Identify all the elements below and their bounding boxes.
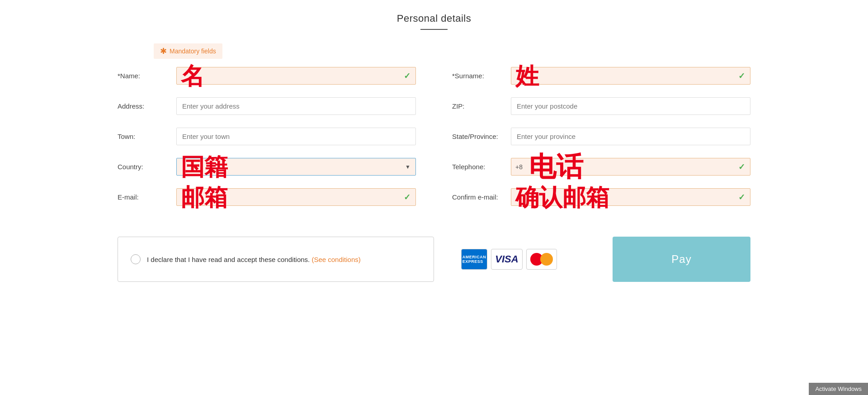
name-input[interactable]: [176, 67, 416, 85]
title-divider: [420, 29, 448, 30]
confirm-email-input-wrapper: 确认邮箱 ✓: [511, 188, 750, 206]
surname-checkmark: ✓: [738, 71, 745, 81]
name-checkmark: ✓: [404, 71, 410, 81]
address-input[interactable]: [176, 97, 416, 115]
province-input-wrapper: [511, 128, 750, 145]
email-input-wrapper: 邮箱 ✓: [176, 188, 416, 206]
tel-prefix: +8: [515, 163, 523, 171]
bottom-section: I declare that I have read and accept th…: [81, 237, 787, 282]
pay-button[interactable]: Pay: [613, 237, 750, 282]
name-row: *Name: 名 ✓: [118, 67, 416, 85]
zip-label: ZIP:: [452, 102, 511, 110]
right-column: *Surname: 姓 ✓ ZIP: State/Province:: [452, 67, 750, 219]
mandatory-text: Mandatory fields: [170, 48, 216, 55]
terms-text: I declare that I have read and accept th…: [147, 256, 361, 263]
amex-icon: AMERICANEXPRESS: [461, 249, 487, 270]
email-input[interactable]: [176, 188, 416, 206]
confirm-email-row: Confirm e-mail: 确认邮箱 ✓: [452, 188, 750, 206]
telephone-row: Telephone: +8 电话 ✓: [452, 158, 750, 176]
asterisk-icon: ✱: [160, 46, 167, 56]
left-column: *Name: 名 ✓ Address: Town:: [118, 67, 416, 219]
name-input-wrapper: 名 ✓: [176, 67, 416, 85]
address-input-wrapper: [176, 97, 416, 115]
address-label: Address:: [118, 102, 176, 110]
town-label: Town:: [118, 133, 176, 140]
surname-row: *Surname: 姓 ✓: [452, 67, 750, 85]
see-conditions-link[interactable]: (See conditions): [311, 256, 360, 263]
surname-input-wrapper: 姓 ✓: [511, 67, 750, 85]
zip-row: ZIP:: [452, 97, 750, 115]
province-row: State/Province:: [452, 128, 750, 145]
mastercard-icon: [526, 249, 557, 270]
surname-input[interactable]: [511, 67, 750, 85]
mandatory-fields-label: ✱ Mandatory fields: [154, 43, 222, 59]
province-label: State/Province:: [452, 133, 511, 140]
confirm-email-checkmark: ✓: [738, 192, 745, 202]
page-title: Personal details: [0, 0, 868, 24]
terms-box: I declare that I have read and accept th…: [118, 237, 434, 282]
zip-input[interactable]: [511, 97, 750, 115]
country-select[interactable]: [176, 158, 416, 176]
email-row: E-mail: 邮箱 ✓: [118, 188, 416, 206]
telephone-checkmark: ✓: [738, 162, 745, 172]
address-row: Address:: [118, 97, 416, 115]
form-grid: *Name: 名 ✓ Address: Town:: [118, 67, 750, 219]
telephone-label: Telephone:: [452, 163, 511, 171]
province-input[interactable]: [511, 128, 750, 145]
town-input[interactable]: [176, 128, 416, 145]
payment-icons: AMERICANEXPRESS VISA: [461, 237, 599, 282]
terms-checkbox[interactable]: [131, 254, 141, 264]
visa-icon: VISA: [491, 249, 523, 270]
activate-windows-notice: Activate Windows: [809, 383, 868, 395]
town-input-wrapper: [176, 128, 416, 145]
confirm-email-label: Confirm e-mail:: [452, 193, 511, 201]
country-select-wrapper: 国籍 ▼: [176, 158, 416, 176]
telephone-input[interactable]: [511, 158, 750, 176]
town-row: Town:: [118, 128, 416, 145]
pay-button-label: Pay: [671, 253, 691, 266]
name-label: *Name:: [118, 72, 176, 80]
email-label: E-mail:: [118, 193, 176, 201]
telephone-input-wrapper: +8 电话 ✓: [511, 158, 750, 176]
confirm-email-input[interactable]: [511, 188, 750, 206]
zip-input-wrapper: [511, 97, 750, 115]
country-row: Country: 国籍 ▼: [118, 158, 416, 176]
email-checkmark: ✓: [404, 192, 410, 202]
country-label: Country:: [118, 163, 176, 171]
surname-label: *Surname:: [452, 72, 511, 80]
